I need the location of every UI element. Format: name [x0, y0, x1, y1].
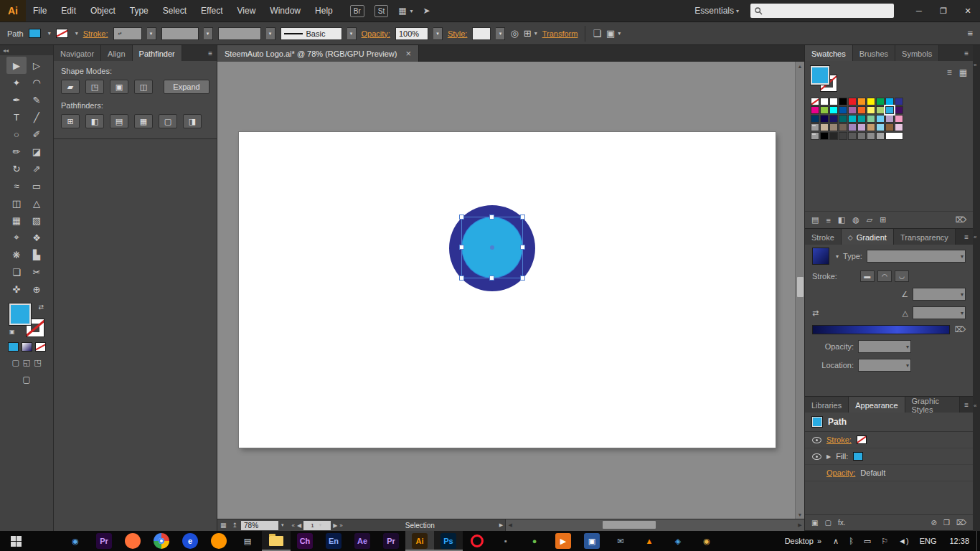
gradient-stroke-across-icon[interactable]: ◡ — [895, 270, 909, 282]
close-button[interactable]: ✕ — [956, 0, 980, 22]
menu-type[interactable]: Type — [123, 0, 156, 22]
swatch-3-1[interactable] — [820, 123, 829, 131]
swatch-3-6[interactable] — [867, 123, 875, 131]
pathfinder-minus-back[interactable]: ◨ — [183, 114, 202, 128]
eyedropper-tool[interactable]: ⌖ — [6, 229, 27, 246]
swatch-0-3[interactable] — [839, 98, 847, 105]
taskbar-app-browser-orange[interactable] — [204, 531, 233, 551]
swatch-1-7[interactable] — [876, 106, 885, 114]
taskbar-app-opera[interactable] — [463, 531, 491, 551]
clear-appearance-icon[interactable]: ⊘ — [931, 519, 937, 527]
fill-color-swatch[interactable] — [853, 452, 863, 461]
next-artboard-icon[interactable]: ▶ — [333, 522, 337, 529]
color-button[interactable] — [8, 342, 19, 352]
list-view-icon[interactable]: ≡ — [947, 67, 952, 77]
artboard-number-field[interactable]: 1 ▾ — [303, 521, 331, 530]
tab-transparency[interactable]: Transparency — [894, 229, 956, 245]
stock-button[interactable]: St — [374, 5, 388, 17]
swatch-3-0[interactable] — [811, 123, 819, 131]
transform-link[interactable]: Transform — [542, 29, 578, 38]
opacity-field[interactable]: 100% — [395, 27, 428, 40]
shape-builder-tool[interactable]: ◫ — [6, 194, 27, 212]
shape-mode-minus-front[interactable]: ◳ — [85, 80, 104, 94]
taskbar-clock[interactable]: 12:38 — [942, 537, 976, 545]
zoom-dropdown-icon[interactable]: ▾ — [279, 522, 286, 528]
selection-handle[interactable] — [459, 215, 464, 220]
swatch-0-1[interactable] — [820, 98, 829, 105]
minimize-button[interactable]: ─ — [907, 0, 931, 22]
free-transform-tool[interactable]: ▭ — [27, 177, 47, 194]
align-options-button[interactable]: ⊞ ▾ — [524, 28, 537, 39]
opacity-dropdown[interactable]: ▾ — [433, 27, 443, 40]
change-screen-mode-icon[interactable]: ▢ — [22, 375, 30, 385]
swatch-0-0[interactable] — [811, 98, 819, 105]
tab-brushes[interactable]: Brushes — [853, 45, 895, 61]
gradient-stroke-along-icon[interactable]: ◠ — [877, 270, 892, 282]
taskbar-app-firefox[interactable] — [118, 531, 147, 551]
status-export-icon[interactable]: ↥ — [230, 522, 241, 529]
select-similar-button[interactable]: ▣ ▾ — [606, 28, 621, 39]
draw-inside-icon[interactable]: ◳ — [34, 358, 41, 367]
collapse-dock-icon[interactable]: « — [974, 402, 976, 409]
swatch-2-3[interactable] — [839, 115, 847, 123]
taskbar-app-blue-doc[interactable]: ▣ — [578, 531, 606, 551]
selection-handle[interactable] — [459, 245, 464, 250]
workspace-switcher[interactable]: Essentials ▾ — [694, 6, 739, 16]
appearance-stroke-row[interactable]: Stroke: — [805, 432, 973, 448]
selection-tool[interactable]: ▶ — [6, 57, 27, 74]
add-new-fill-icon[interactable]: ▢ — [824, 519, 831, 527]
scroll-up-icon[interactable]: ▲ — [798, 62, 803, 70]
column-graph-tool[interactable]: ▙ — [27, 246, 47, 263]
swatch-3-5[interactable] — [857, 123, 866, 131]
app-logo[interactable]: Ai — [0, 0, 26, 22]
scroll-right-icon[interactable]: ▶ — [796, 522, 804, 528]
zoom-level-field[interactable]: 78% — [241, 521, 278, 530]
swatch-3-9[interactable] — [895, 123, 903, 131]
recolor-artwork-icon[interactable]: ◎ — [510, 28, 518, 39]
flag-icon[interactable]: ⚐ — [876, 537, 893, 546]
swatch-4-0[interactable] — [811, 132, 819, 140]
swatch-4-7[interactable] — [876, 132, 885, 140]
brush-definition-dropdown[interactable]: ▾ — [204, 27, 213, 40]
selection-handle[interactable] — [489, 276, 494, 281]
status-arrange-icon[interactable]: ▦ — [217, 522, 230, 529]
show-desktop-button[interactable] — [976, 531, 980, 551]
pathfinder-divide[interactable]: ⊞ — [61, 114, 80, 128]
start-button[interactable] — [0, 531, 32, 551]
pen-tool[interactable]: ✒ — [6, 91, 27, 108]
selection-bounding-box[interactable] — [461, 217, 523, 278]
selection-handle[interactable] — [520, 245, 525, 250]
tab-appearance[interactable]: Appearance — [849, 397, 905, 413]
taskbar-app-colors[interactable] — [32, 531, 61, 551]
chevron-down-icon[interactable]: ▾ — [836, 253, 839, 260]
swatch-1-8[interactable] — [885, 106, 894, 114]
none-button[interactable] — [35, 342, 46, 352]
swatch-2-7[interactable] — [876, 115, 885, 123]
taskbar-app-chrome[interactable] — [147, 531, 176, 551]
swatch-2-2[interactable] — [829, 115, 838, 123]
bridge-button[interactable]: Br — [350, 5, 364, 17]
selection-handle[interactable] — [489, 215, 494, 220]
close-document-icon[interactable]: × — [405, 48, 411, 59]
collapse-dock-icon[interactable]: « — [974, 62, 976, 68]
swatch-4-5[interactable] — [857, 132, 866, 140]
visibility-eye-icon[interactable] — [812, 453, 821, 460]
artboard-tool[interactable]: ❏ — [6, 263, 27, 281]
gradient-location-field[interactable]: ▾ — [858, 359, 911, 372]
menu-object[interactable]: Object — [83, 0, 123, 22]
menu-select[interactable]: Select — [156, 0, 194, 22]
swatch-1-4[interactable] — [848, 106, 857, 114]
width-profile-dropdown[interactable]: ▾ — [266, 27, 275, 40]
gradient-stroke-within-icon[interactable]: ▬ — [860, 270, 875, 282]
aspect-ratio-field[interactable]: ▾ — [913, 306, 966, 319]
swatch-3-4[interactable] — [848, 123, 857, 131]
reverse-gradient-icon[interactable]: ⇄ — [812, 309, 819, 318]
appearance-opacity-row[interactable]: Opacity: Default — [805, 465, 973, 481]
taskbar-app-after-effects[interactable]: Ae — [348, 531, 377, 551]
panel-menu-icon[interactable]: ≡ — [204, 45, 217, 61]
hidden-icons-chevron[interactable]: ∧ — [828, 537, 844, 546]
opacity-link[interactable]: Opacity: — [362, 29, 390, 38]
taskbar-app-media-player[interactable]: ▶ — [549, 531, 578, 551]
tab-align[interactable]: Align — [101, 45, 132, 61]
slice-tool[interactable]: ✂ — [27, 263, 47, 281]
